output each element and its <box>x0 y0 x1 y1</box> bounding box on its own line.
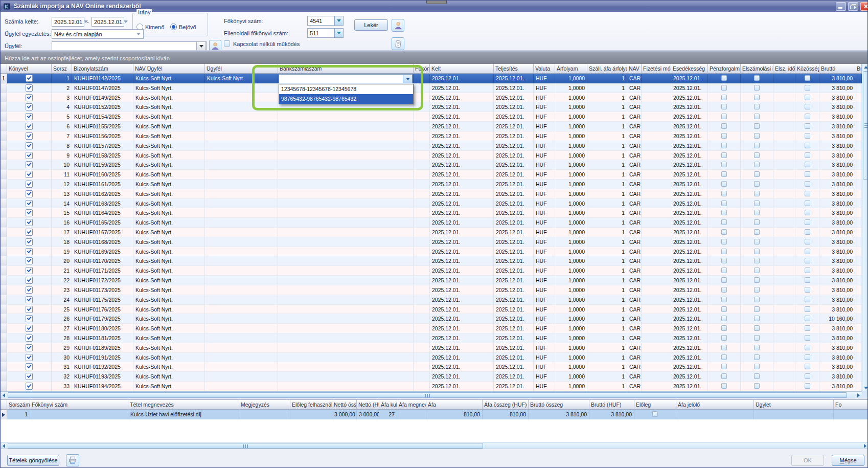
table-row[interactable]: 7KUHUF01156/2025Kulcs-Soft Nyrt.2025.12.… <box>1 131 862 141</box>
row-checkbox[interactable] <box>26 296 33 303</box>
flag-checkbox[interactable] <box>721 364 727 369</box>
flag-checkbox[interactable] <box>721 316 727 321</box>
grid-header-cell[interactable]: Ügyfél <box>205 64 278 74</box>
row-checkbox[interactable] <box>26 200 33 207</box>
table-row[interactable]: 12KUHUF01161/2025Kulcs-Soft Nyrt.2025.12… <box>1 180 862 189</box>
grid-header-cell[interactable]: Pénzforgalmi <box>708 64 741 74</box>
table-row[interactable]: 15KUHUF01164/2025Kulcs-Soft Nyrt.2025.12… <box>1 208 862 218</box>
ledger-number-combo[interactable]: 4541 <box>307 16 344 26</box>
row-checkbox[interactable] <box>26 132 33 140</box>
grid-header-cell[interactable]: Bruttó <box>819 64 855 74</box>
flag-checkbox[interactable] <box>721 287 727 293</box>
flag-checkbox[interactable] <box>721 104 727 109</box>
table-row[interactable]: 33KUHUF01194/2025Kulcs-Soft Nyrt.2025.12… <box>1 382 862 391</box>
flag-checkbox[interactable] <box>754 239 760 244</box>
detail-header-cell[interactable]: Áfa jelölő <box>676 400 754 410</box>
flag-checkbox[interactable] <box>805 373 810 379</box>
dropdown-item[interactable]: 12345678-12345678-12345678 <box>279 84 413 94</box>
flag-checkbox[interactable] <box>721 249 727 254</box>
row-checkbox[interactable] <box>26 267 33 274</box>
row-checkbox[interactable] <box>26 383 33 390</box>
flag-checkbox[interactable] <box>721 133 727 139</box>
flag-checkbox[interactable] <box>721 123 727 129</box>
row-checkbox[interactable] <box>26 257 33 264</box>
table-row[interactable]: 14KUHUF01163/2025Kulcs-Soft Nyrt.2025.12… <box>1 199 862 209</box>
detail-header-cell[interactable]: Nettó (HUF) <box>357 400 379 410</box>
flag-checkbox[interactable] <box>805 191 810 196</box>
grid-header-cell[interactable]: Valuta <box>534 64 555 74</box>
flag-checkbox[interactable] <box>754 306 760 312</box>
vertical-scrollbar[interactable] <box>862 64 868 391</box>
flag-checkbox[interactable] <box>754 316 760 321</box>
flag-checkbox[interactable] <box>805 143 810 148</box>
table-row[interactable]: 21KUHUF01171/2025Kulcs-Soft Nyrt.2025.12… <box>1 266 862 276</box>
row-checkbox[interactable] <box>26 325 33 332</box>
grid-header-cell[interactable]: Főköny <box>414 64 430 74</box>
detail-header-cell[interactable]: Előleg <box>634 400 676 410</box>
flag-checkbox[interactable] <box>754 373 760 379</box>
flag-checkbox[interactable] <box>805 114 810 119</box>
bank-account-combo[interactable] <box>279 74 413 83</box>
detail-header-cell[interactable]: Áfa <box>426 400 483 410</box>
grid-header-cell[interactable]: Közösségi <box>795 64 819 74</box>
flag-checkbox[interactable] <box>805 277 810 283</box>
fetch-button[interactable]: Lekér <box>354 19 388 31</box>
row-checkbox[interactable] <box>26 344 33 351</box>
advance-checkbox[interactable] <box>652 411 658 417</box>
row-checkbox[interactable] <box>26 373 33 380</box>
table-row[interactable]: 31KUHUF01192/2025Kulcs-Soft Nyrt.2025.12… <box>1 362 862 372</box>
row-checkbox[interactable] <box>26 181 33 188</box>
flag-checkbox[interactable] <box>805 123 810 129</box>
flag-checkbox[interactable] <box>805 383 810 389</box>
grid-header-cell[interactable]: Árfolyam <box>555 64 587 74</box>
table-row[interactable]: 32KUHUF01193/2025Kulcs-Soft Nyrt.2025.12… <box>1 372 862 382</box>
flag-checkbox[interactable] <box>721 258 727 263</box>
flag-checkbox[interactable] <box>721 219 727 225</box>
row-checkbox[interactable] <box>26 94 33 101</box>
table-row[interactable]: 18KUHUF01168/2025Kulcs-Soft Nyrt.2025.12… <box>1 237 862 247</box>
flag-checkbox[interactable] <box>721 277 727 283</box>
flag-checkbox[interactable] <box>721 373 727 379</box>
flag-checkbox[interactable] <box>721 85 727 91</box>
table-row[interactable]: 4KUHUF01152/2025Kulcs-Soft Nyrt.2025.12.… <box>1 102 862 112</box>
table-row[interactable]: 28KUHUF01181/2025Kulcs-Soft Nyrt.2025.12… <box>1 333 862 343</box>
flag-checkbox[interactable] <box>754 268 760 273</box>
date-to-combo[interactable]: 2025.12.01. <box>92 17 124 27</box>
row-checkbox[interactable] <box>26 354 33 361</box>
row-checkbox[interactable] <box>26 161 33 168</box>
flag-checkbox[interactable] <box>754 229 760 235</box>
flag-checkbox[interactable] <box>805 268 810 273</box>
row-checkbox[interactable] <box>26 103 33 110</box>
flag-checkbox[interactable] <box>721 200 727 206</box>
horizontal-scrollbar-thumb[interactable] <box>8 392 847 398</box>
flag-checkbox[interactable] <box>754 345 760 350</box>
flag-checkbox[interactable] <box>721 229 727 235</box>
flag-checkbox[interactable] <box>754 191 760 196</box>
grid-header-cell[interactable]: Bizonylatszám <box>72 64 133 74</box>
table-row[interactable]: 24KUHUF01175/2025Kulcs-Soft Nyrt.2025.12… <box>1 295 862 305</box>
detail-header-cell[interactable]: Fo <box>834 400 868 410</box>
detail-header-cell[interactable]: Előleg felhasználás <box>290 400 332 410</box>
table-row[interactable]: 17KUHUF01167/2025Kulcs-Soft Nyrt.2025.12… <box>1 228 862 237</box>
row-checkbox[interactable] <box>26 84 33 92</box>
flag-checkbox[interactable] <box>754 325 760 331</box>
flag-checkbox[interactable] <box>754 114 760 119</box>
flag-checkbox[interactable] <box>754 297 760 302</box>
flag-checkbox[interactable] <box>754 210 760 215</box>
table-row[interactable]: 27KUHUF01180/2025Kulcs-Soft Nyrt.2025.12… <box>1 324 862 333</box>
grid-header-cell[interactable]: Esedékesség <box>671 64 708 74</box>
flag-checkbox[interactable] <box>805 152 810 158</box>
flag-checkbox[interactable] <box>754 133 760 139</box>
row-checkbox[interactable] <box>26 335 33 342</box>
group-by-bar[interactable]: Húzza ide azt az oszlopfejlécet, amely s… <box>1 52 867 64</box>
flag-checkbox[interactable] <box>754 383 760 389</box>
flag-checkbox[interactable] <box>721 143 727 148</box>
detail-header-cell[interactable]: Megjegyzés <box>239 400 290 410</box>
detail-header-cell[interactable]: Tétel megnevezés <box>128 400 239 410</box>
table-row[interactable]: 23KUHUF01173/2025Kulcs-Soft Nyrt.2025.12… <box>1 285 862 295</box>
flag-checkbox[interactable] <box>721 152 727 158</box>
flag-checkbox[interactable] <box>805 345 810 350</box>
flag-checkbox[interactable] <box>805 95 810 100</box>
flag-checkbox[interactable] <box>754 143 760 148</box>
table-row[interactable]: 9KUHUF01158/2025Kulcs-Soft Nyrt.2025.12.… <box>1 151 862 161</box>
